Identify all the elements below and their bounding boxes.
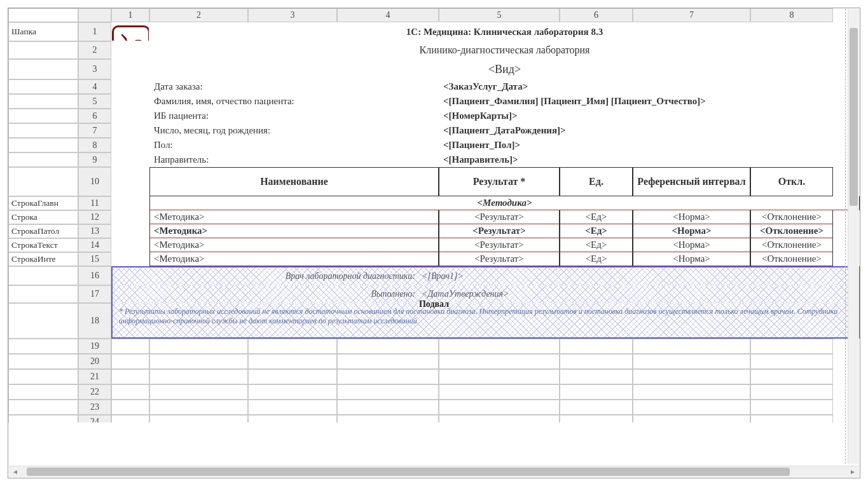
row-number[interactable]: 23 xyxy=(78,400,111,415)
row-label-empty[interactable] xyxy=(8,303,78,339)
col-header-2[interactable]: 2 xyxy=(149,8,248,22)
col-header-7[interactable]: 7 xyxy=(633,8,750,22)
row-label-empty[interactable] xyxy=(8,354,78,369)
cell-result[interactable]: <Результат> xyxy=(439,224,560,238)
vertical-scrollbar[interactable] xyxy=(848,9,859,464)
row-number[interactable]: 8 xyxy=(78,138,111,152)
rownum-header[interactable] xyxy=(78,8,111,22)
cell-unit[interactable]: <Ед> xyxy=(560,210,633,224)
grid-row: 19 xyxy=(8,339,860,354)
grid-row: 21 xyxy=(8,369,860,384)
row-number[interactable]: 1 xyxy=(78,22,111,41)
grid-row: 16 Врач лабораторной диагностики: <[Врач… xyxy=(8,266,860,285)
row-number[interactable]: 14 xyxy=(78,238,111,252)
cell-dev[interactable]: <Отклонение> xyxy=(750,252,833,266)
row-label-empty[interactable] xyxy=(8,138,78,152)
horizontal-scrollbar[interactable]: ◄ ► xyxy=(9,466,859,477)
row-label-empty[interactable] xyxy=(8,266,78,285)
row-number[interactable]: 20 xyxy=(78,354,111,369)
section-label-shapka[interactable]: Шапка xyxy=(8,22,78,41)
cell-dev[interactable]: <Отклонение> xyxy=(750,224,833,238)
cell-dev[interactable]: <Отклонение> xyxy=(750,238,833,252)
cell-result[interactable]: <Результат> xyxy=(439,210,560,224)
row-number[interactable]: 12 xyxy=(78,210,111,224)
field-label: Фамилия, имя, отчество пациента: xyxy=(149,94,439,109)
row-number[interactable]: 9 xyxy=(78,152,111,167)
grid-row: 9 Направитель: <[Направитель]> xyxy=(8,152,860,167)
corner-cell[interactable] xyxy=(8,8,78,22)
row-number[interactable]: 5 xyxy=(78,94,111,109)
scroll-right-arrow-icon[interactable]: ► xyxy=(846,466,859,477)
section-label-stroka-glav[interactable]: СтрокаГлавн xyxy=(8,196,78,210)
cell-name[interactable]: <Методика> xyxy=(149,238,439,252)
row-label-empty[interactable] xyxy=(8,339,78,354)
row-number[interactable]: 7 xyxy=(78,123,111,138)
row-number[interactable]: 13 xyxy=(78,224,111,238)
row-label-empty[interactable] xyxy=(8,167,78,196)
table-row: СтрокаПатол 13 <Методика> <Результат> <Е… xyxy=(8,224,860,238)
row-number[interactable]: 22 xyxy=(78,384,111,400)
vertical-scrollbar-thumb[interactable] xyxy=(850,28,858,206)
row-label-empty[interactable] xyxy=(8,415,78,422)
table-method-row: СтрокаГлавн 11 <Методика> xyxy=(8,196,860,210)
table-row: СтрокаИнте 15 <Методика> <Результат> <Ед… xyxy=(8,252,860,266)
scroll-left-arrow-icon[interactable]: ◄ xyxy=(9,466,22,477)
col-header-1[interactable]: 1 xyxy=(111,8,149,22)
section-label-stroka-patol[interactable]: СтрокаПатол xyxy=(8,224,78,238)
col-header-8[interactable]: 8 xyxy=(750,8,833,22)
cell-unit[interactable]: <Ед> xyxy=(560,252,633,266)
cell-ref[interactable]: <Норма> xyxy=(633,224,750,238)
cell-name[interactable]: <Методика> xyxy=(149,224,439,238)
col-header-6[interactable]: 6 xyxy=(560,8,633,22)
row-number[interactable]: 24 xyxy=(78,415,111,422)
grid-row: 24 xyxy=(8,415,860,422)
row-number[interactable]: 15 xyxy=(78,252,111,266)
section-label-stroka-inte[interactable]: СтрокаИнте xyxy=(8,252,78,266)
row-label-empty[interactable] xyxy=(8,400,78,415)
row-label-empty[interactable] xyxy=(8,79,78,94)
cell-ref[interactable]: <Норма> xyxy=(633,252,750,266)
row-number[interactable]: 19 xyxy=(78,339,111,354)
row-label-empty[interactable] xyxy=(8,109,78,123)
cell-unit[interactable]: <Ед> xyxy=(560,238,633,252)
cell-ref[interactable]: <Норма> xyxy=(633,238,750,252)
row-number[interactable]: 3 xyxy=(78,59,111,79)
row-number[interactable]: 4 xyxy=(78,79,111,94)
row-label-empty[interactable] xyxy=(8,384,78,400)
row-label-empty[interactable] xyxy=(8,369,78,384)
footer-section-label: Подвал xyxy=(419,299,449,309)
app-title: 1С: Медицина: Клиническая лаборатория 8.… xyxy=(149,22,860,41)
row-label-empty[interactable] xyxy=(8,123,78,138)
cell-ref[interactable]: <Норма> xyxy=(633,210,750,224)
row-label-empty[interactable] xyxy=(8,94,78,109)
microscope-logo-icon xyxy=(112,25,149,41)
section-label-stroka[interactable]: Строка xyxy=(8,210,78,224)
row-label-empty[interactable] xyxy=(8,41,78,59)
cell-dev[interactable]: <Отклонение> xyxy=(750,210,833,224)
method-header-cell: <Методика> xyxy=(149,196,860,210)
row-label-empty[interactable] xyxy=(8,152,78,167)
cell-name[interactable]: <Методика> xyxy=(149,210,439,224)
row-number[interactable]: 16 xyxy=(78,266,111,285)
col-header-5[interactable]: 5 xyxy=(439,8,560,22)
row-number[interactable]: 2 xyxy=(78,41,111,59)
row-number[interactable]: 17 xyxy=(78,285,111,303)
row-number[interactable]: 21 xyxy=(78,369,111,384)
col-header-3[interactable]: 3 xyxy=(248,8,337,22)
cell-unit[interactable]: <Ед> xyxy=(560,224,633,238)
cell-name[interactable]: <Методика> xyxy=(149,252,439,266)
cell-result[interactable]: <Результат> xyxy=(439,252,560,266)
grid-row: 8 Пол: <[Пациент_Пол]> xyxy=(8,138,860,152)
col-header-4[interactable]: 4 xyxy=(337,8,439,22)
cell-result[interactable]: <Результат> xyxy=(439,238,560,252)
field-label: Направитель: xyxy=(149,152,439,167)
row-label-empty[interactable] xyxy=(8,285,78,303)
row-number[interactable]: 6 xyxy=(78,109,111,123)
row-number[interactable]: 18 xyxy=(78,303,111,339)
th-unit: Ед. xyxy=(560,167,633,196)
row-number[interactable]: 10 xyxy=(78,167,111,196)
section-label-stroka-tekst[interactable]: СтрокаТекст xyxy=(8,238,78,252)
row-number[interactable]: 11 xyxy=(78,196,111,210)
row-label-empty[interactable] xyxy=(8,59,78,79)
horizontal-scrollbar-thumb[interactable] xyxy=(27,468,790,476)
